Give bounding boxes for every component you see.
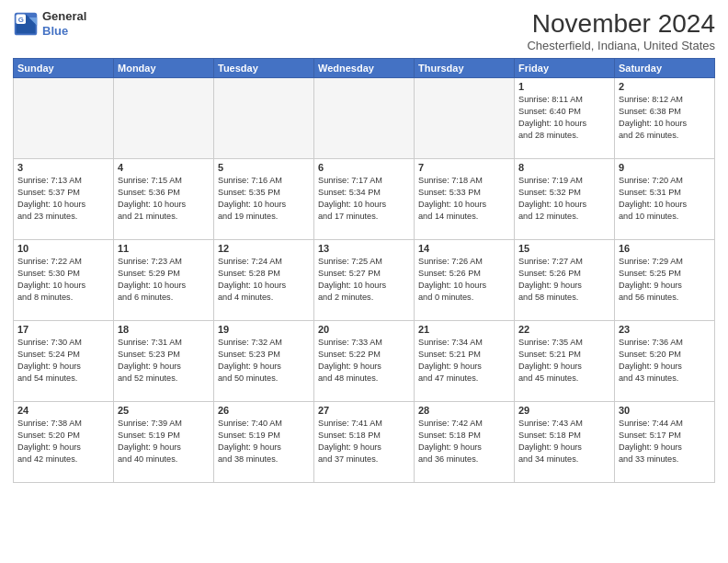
header: G General Blue November 2024 Chesterfiel… bbox=[13, 9, 715, 52]
day-info: Sunrise: 7:36 AM Sunset: 5:20 PM Dayligh… bbox=[619, 337, 711, 385]
day-info: Sunrise: 7:18 AM Sunset: 5:33 PM Dayligh… bbox=[418, 175, 510, 223]
calendar-cell: 7Sunrise: 7:18 AM Sunset: 5:33 PM Daylig… bbox=[415, 159, 515, 240]
weekday-header-monday: Monday bbox=[114, 59, 214, 78]
day-info: Sunrise: 7:42 AM Sunset: 5:18 PM Dayligh… bbox=[418, 418, 510, 465]
day-info: Sunrise: 7:25 AM Sunset: 5:27 PM Dayligh… bbox=[318, 256, 410, 304]
day-info: Sunrise: 7:39 AM Sunset: 5:19 PM Dayligh… bbox=[118, 418, 210, 465]
calendar-cell bbox=[415, 78, 515, 159]
calendar-cell: 14Sunrise: 7:26 AM Sunset: 5:26 PM Dayli… bbox=[415, 240, 515, 321]
day-info: Sunrise: 7:35 AM Sunset: 5:21 PM Dayligh… bbox=[518, 337, 610, 385]
week-row-4: 17Sunrise: 7:30 AM Sunset: 5:24 PM Dayli… bbox=[14, 321, 715, 402]
month-title: November 2024 bbox=[527, 9, 715, 39]
day-number: 26 bbox=[218, 405, 310, 416]
day-number: 17 bbox=[17, 324, 109, 335]
calendar-cell: 18Sunrise: 7:31 AM Sunset: 5:23 PM Dayli… bbox=[114, 321, 214, 402]
calendar-cell: 3Sunrise: 7:13 AM Sunset: 5:37 PM Daylig… bbox=[14, 159, 114, 240]
week-row-1: 1Sunrise: 8:11 AM Sunset: 6:40 PM Daylig… bbox=[14, 78, 715, 159]
day-info: Sunrise: 7:41 AM Sunset: 5:18 PM Dayligh… bbox=[318, 418, 410, 465]
day-number: 22 bbox=[518, 324, 610, 335]
day-number: 25 bbox=[118, 405, 210, 416]
day-number: 20 bbox=[318, 324, 410, 335]
week-row-5: 24Sunrise: 7:38 AM Sunset: 5:20 PM Dayli… bbox=[14, 402, 715, 483]
day-info: Sunrise: 7:29 AM Sunset: 5:25 PM Dayligh… bbox=[619, 256, 711, 304]
day-number: 9 bbox=[619, 162, 711, 173]
calendar-cell: 15Sunrise: 7:27 AM Sunset: 5:26 PM Dayli… bbox=[515, 240, 615, 321]
calendar-cell: 6Sunrise: 7:17 AM Sunset: 5:34 PM Daylig… bbox=[314, 159, 415, 240]
day-info: Sunrise: 7:20 AM Sunset: 5:31 PM Dayligh… bbox=[619, 175, 711, 223]
calendar-cell bbox=[114, 78, 214, 159]
calendar-cell: 12Sunrise: 7:24 AM Sunset: 5:28 PM Dayli… bbox=[214, 240, 314, 321]
day-info: Sunrise: 7:44 AM Sunset: 5:17 PM Dayligh… bbox=[619, 418, 711, 465]
weekday-header-wednesday: Wednesday bbox=[314, 59, 415, 78]
calendar-cell: 29Sunrise: 7:43 AM Sunset: 5:18 PM Dayli… bbox=[515, 402, 615, 483]
day-info: Sunrise: 7:24 AM Sunset: 5:28 PM Dayligh… bbox=[218, 256, 310, 304]
calendar-cell bbox=[14, 78, 114, 159]
day-info: Sunrise: 7:32 AM Sunset: 5:23 PM Dayligh… bbox=[218, 337, 310, 385]
week-row-3: 10Sunrise: 7:22 AM Sunset: 5:30 PM Dayli… bbox=[14, 240, 715, 321]
day-number: 4 bbox=[118, 162, 210, 173]
day-number: 27 bbox=[318, 405, 410, 416]
day-number: 6 bbox=[318, 162, 410, 173]
day-number: 14 bbox=[418, 243, 510, 254]
day-info: Sunrise: 7:38 AM Sunset: 5:20 PM Dayligh… bbox=[17, 418, 109, 465]
day-info: Sunrise: 7:26 AM Sunset: 5:26 PM Dayligh… bbox=[418, 256, 510, 304]
day-number: 15 bbox=[518, 243, 610, 254]
page: G General Blue November 2024 Chesterfiel… bbox=[0, 0, 728, 563]
day-number: 18 bbox=[118, 324, 210, 335]
day-info: Sunrise: 8:11 AM Sunset: 6:40 PM Dayligh… bbox=[518, 94, 610, 142]
calendar-cell: 30Sunrise: 7:44 AM Sunset: 5:17 PM Dayli… bbox=[615, 402, 715, 483]
day-number: 16 bbox=[619, 243, 711, 254]
day-number: 23 bbox=[619, 324, 711, 335]
day-number: 28 bbox=[418, 405, 510, 416]
day-info: Sunrise: 8:12 AM Sunset: 6:38 PM Dayligh… bbox=[619, 94, 711, 142]
calendar-cell: 27Sunrise: 7:41 AM Sunset: 5:18 PM Dayli… bbox=[314, 402, 415, 483]
day-number: 11 bbox=[118, 243, 210, 254]
day-number: 29 bbox=[518, 405, 610, 416]
calendar-table: SundayMondayTuesdayWednesdayThursdayFrid… bbox=[13, 58, 715, 483]
calendar-cell: 28Sunrise: 7:42 AM Sunset: 5:18 PM Dayli… bbox=[415, 402, 515, 483]
day-number: 7 bbox=[418, 162, 510, 173]
svg-text:G: G bbox=[18, 16, 24, 24]
day-number: 3 bbox=[17, 162, 109, 173]
location-subtitle: Chesterfield, Indiana, United States bbox=[527, 39, 715, 52]
calendar-cell bbox=[314, 78, 415, 159]
calendar-cell: 26Sunrise: 7:40 AM Sunset: 5:19 PM Dayli… bbox=[214, 402, 314, 483]
day-number: 12 bbox=[218, 243, 310, 254]
calendar-cell: 5Sunrise: 7:16 AM Sunset: 5:35 PM Daylig… bbox=[214, 159, 314, 240]
calendar-cell: 10Sunrise: 7:22 AM Sunset: 5:30 PM Dayli… bbox=[14, 240, 114, 321]
day-info: Sunrise: 7:43 AM Sunset: 5:18 PM Dayligh… bbox=[518, 418, 610, 465]
weekday-header-tuesday: Tuesday bbox=[214, 59, 314, 78]
calendar-cell: 21Sunrise: 7:34 AM Sunset: 5:21 PM Dayli… bbox=[415, 321, 515, 402]
day-info: Sunrise: 7:23 AM Sunset: 5:29 PM Dayligh… bbox=[118, 256, 210, 304]
day-info: Sunrise: 7:17 AM Sunset: 5:34 PM Dayligh… bbox=[318, 175, 410, 223]
day-number: 8 bbox=[518, 162, 610, 173]
calendar-cell: 11Sunrise: 7:23 AM Sunset: 5:29 PM Dayli… bbox=[114, 240, 214, 321]
calendar-cell: 2Sunrise: 8:12 AM Sunset: 6:38 PM Daylig… bbox=[615, 78, 715, 159]
logo-line2: Blue bbox=[42, 24, 86, 39]
calendar-cell: 9Sunrise: 7:20 AM Sunset: 5:31 PM Daylig… bbox=[615, 159, 715, 240]
day-number: 5 bbox=[218, 162, 310, 173]
logo-line1: General bbox=[42, 9, 86, 24]
calendar-cell: 22Sunrise: 7:35 AM Sunset: 5:21 PM Dayli… bbox=[515, 321, 615, 402]
day-info: Sunrise: 7:31 AM Sunset: 5:23 PM Dayligh… bbox=[118, 337, 210, 385]
day-number: 2 bbox=[619, 81, 711, 92]
calendar-cell: 17Sunrise: 7:30 AM Sunset: 5:24 PM Dayli… bbox=[14, 321, 114, 402]
calendar-cell bbox=[214, 78, 314, 159]
day-number: 13 bbox=[318, 243, 410, 254]
day-number: 10 bbox=[17, 243, 109, 254]
week-row-2: 3Sunrise: 7:13 AM Sunset: 5:37 PM Daylig… bbox=[14, 159, 715, 240]
day-number: 19 bbox=[218, 324, 310, 335]
day-info: Sunrise: 7:30 AM Sunset: 5:24 PM Dayligh… bbox=[17, 337, 109, 385]
calendar-cell: 25Sunrise: 7:39 AM Sunset: 5:19 PM Dayli… bbox=[114, 402, 214, 483]
day-info: Sunrise: 7:33 AM Sunset: 5:22 PM Dayligh… bbox=[318, 337, 410, 385]
weekday-header-row: SundayMondayTuesdayWednesdayThursdayFrid… bbox=[14, 59, 715, 78]
day-number: 30 bbox=[619, 405, 711, 416]
calendar-cell: 16Sunrise: 7:29 AM Sunset: 5:25 PM Dayli… bbox=[615, 240, 715, 321]
day-number: 1 bbox=[518, 81, 610, 92]
calendar-cell: 20Sunrise: 7:33 AM Sunset: 5:22 PM Dayli… bbox=[314, 321, 415, 402]
calendar-cell: 24Sunrise: 7:38 AM Sunset: 5:20 PM Dayli… bbox=[14, 402, 114, 483]
title-block: November 2024 Chesterfield, Indiana, Uni… bbox=[527, 9, 715, 52]
weekday-header-saturday: Saturday bbox=[615, 59, 715, 78]
calendar-cell: 1Sunrise: 8:11 AM Sunset: 6:40 PM Daylig… bbox=[515, 78, 615, 159]
calendar-cell: 8Sunrise: 7:19 AM Sunset: 5:32 PM Daylig… bbox=[515, 159, 615, 240]
